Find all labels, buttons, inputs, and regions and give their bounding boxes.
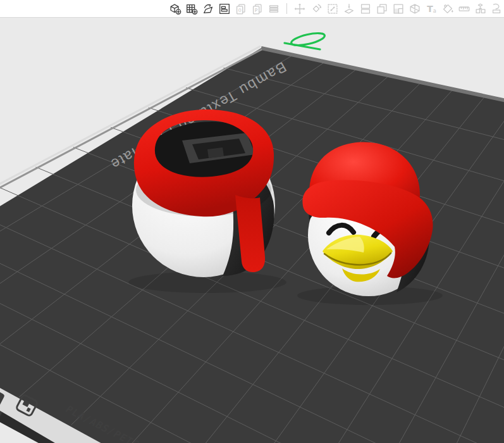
text-tool-button[interactable]: Ta <box>423 1 439 17</box>
variable-layer-height-button[interactable] <box>390 1 407 17</box>
move-button[interactable] <box>292 1 308 17</box>
arrange-all-button[interactable] <box>216 1 233 17</box>
body-socket-tab <box>207 147 224 158</box>
svg-text:0: 0 <box>238 8 242 13</box>
rotate-button[interactable] <box>308 1 324 17</box>
svg-text:P: P <box>255 8 258 13</box>
object-list-button[interactable] <box>266 1 282 17</box>
svg-text:a: a <box>433 8 436 14</box>
color-paint-button[interactable] <box>439 1 456 17</box>
mesh-boolean-button[interactable] <box>407 1 423 17</box>
auto-orient-button[interactable] <box>200 1 216 17</box>
paste-button[interactable]: P <box>249 1 266 17</box>
svg-text:T: T <box>427 3 433 13</box>
measure-button[interactable] <box>456 1 472 17</box>
place-on-face-button[interactable] <box>341 1 357 17</box>
toolbar-separator <box>286 3 287 14</box>
split-to-parts-button[interactable] <box>374 1 390 17</box>
split-to-objects-button[interactable] <box>357 1 374 17</box>
seam-paint-button[interactable] <box>489 1 504 17</box>
copy-button[interactable]: 0 <box>233 1 249 17</box>
add-model-button[interactable] <box>167 1 183 17</box>
add-plate-button[interactable] <box>183 1 200 17</box>
assembly-view-button[interactable] <box>472 1 489 17</box>
scale-button[interactable] <box>324 1 341 17</box>
toolbar: 0 P Ta <box>0 0 504 18</box>
viewport-3d[interactable]: Bambu Textured PEI Plate PLA/ABS/PETG <box>0 0 504 443</box>
